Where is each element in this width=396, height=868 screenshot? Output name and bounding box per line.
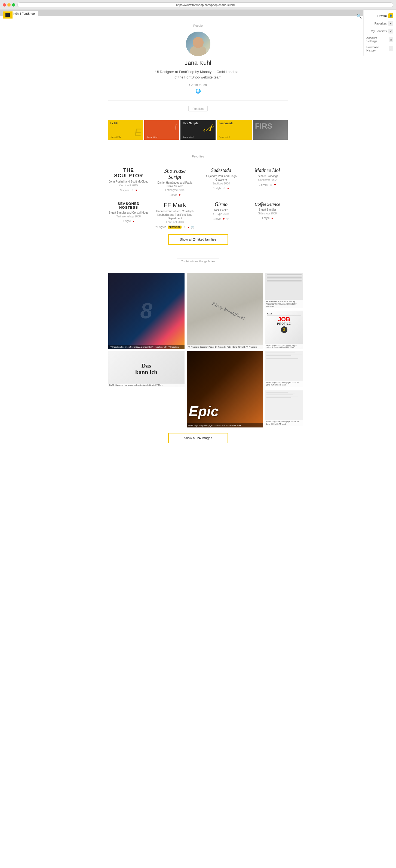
contrib-img-newspaper[interactable]: Kirsty Rundgloves FF Franziska Specimen … xyxy=(187,273,263,349)
profile-section: Jana Kühl UI Designer at FontShop by Mon… xyxy=(108,32,288,94)
contrib-caption-das: PAGE Magazine | www.page-online.de Jana … xyxy=(108,383,185,386)
browser-buttons xyxy=(3,3,15,6)
fontlist-card-3[interactable]: Nice Scripts 𝒩 Jana Kühl xyxy=(180,120,216,140)
nav-item-settings[interactable]: Account Settings ⚙ xyxy=(364,35,396,44)
font-styles-sudestada: 1 style xyxy=(213,187,221,190)
fontlist-author-1: Jana Kühl xyxy=(110,136,121,139)
contrib-img-epic[interactable]: Epic PAGE Magazine | www.page-online.de … xyxy=(187,351,263,428)
nav-item-favorites[interactable]: Favorites ♥ xyxy=(364,20,396,27)
check-icon: ✓ xyxy=(388,29,393,33)
purchases-label: Purchase History xyxy=(366,45,387,52)
contrib-caption-page: PAGE Magazine Cover | www.page-online.de… xyxy=(265,344,303,349)
contrib-caption-mag2: PAGE Magazine | www.page-online.de Jana … xyxy=(265,381,303,386)
star-icon-3[interactable]: ☆ xyxy=(223,187,226,190)
fontshop-logo[interactable] xyxy=(3,11,12,19)
star-icon-4[interactable]: ☆ xyxy=(270,183,272,187)
heart-icon-6[interactable]: ♥ xyxy=(188,225,190,229)
heart-icon-1[interactable]: ♥ xyxy=(135,189,137,192)
divider-2 xyxy=(108,148,288,148)
contrib-caption-mag3: PAGE Magazine | www.page-online.de Jana … xyxy=(265,420,303,426)
breadcrumb: People xyxy=(108,24,288,27)
nav-item-profile[interactable]: Profile 👤 xyxy=(364,12,396,20)
fontlist-card-1[interactable]: I ♥ FF E Jana Kühl xyxy=(108,120,143,140)
contrib-wrapper-bokeh: 8 FF Franziska Specimen Poster (by Alexa… xyxy=(108,273,185,349)
font-name-coffee: Coffee Service xyxy=(247,202,288,207)
profile-label: Profile xyxy=(377,14,387,18)
font-foundry-coffee: Sideshow 2008 xyxy=(247,212,288,215)
download-icon: ↓ xyxy=(389,46,393,51)
search-icon[interactable]: 🔍 xyxy=(357,13,362,19)
contrib-img-mag3[interactable]: PAGE Magazine | www.page-online.de Jana … xyxy=(265,391,303,426)
show-all-images-button[interactable]: Show all 24 images xyxy=(168,433,228,443)
fontlist-author-2: Jana Kühl xyxy=(146,136,157,139)
font-card-seasoned: SEASONED HOSTESS Stuart Sandler and Crys… xyxy=(108,202,149,229)
font-name-sculptor: THE SCULPTOR xyxy=(108,168,149,179)
font-creators-coffee: Stuart Sandler xyxy=(247,208,288,211)
contrib-img-das[interactable]: Daskann ich PAGE Magazine | www.page-onl… xyxy=(108,351,185,386)
heart-icon-3[interactable]: ♥ xyxy=(227,187,229,190)
fontlist-title-1: I ♥ FF xyxy=(110,122,118,125)
heart-icon-7[interactable]: ♥ xyxy=(223,217,225,220)
page-mag-content: PAGE JOB PROFILE $ xyxy=(265,311,303,335)
minimize-button[interactable] xyxy=(7,3,11,6)
contrib-img-spec[interactable]: FF Franziska Specimen Poster (by Alexand… xyxy=(265,273,303,308)
epic-text: Epic xyxy=(189,403,219,419)
font-meta-coffee: 1 style ♥ xyxy=(247,217,288,220)
font-foundry-matinee: Comicraft 2002 xyxy=(247,179,288,181)
contrib-wrapper-mag2: PAGE Magazine | www.page-online.de Jana … xyxy=(265,351,303,388)
contrib-caption-epic: PAGE Magazine | www.page-online.de Jana … xyxy=(187,423,263,428)
contrib-wrapper-mag3: PAGE Magazine | www.page-online.de Jana … xyxy=(265,391,303,428)
heart-icon-2[interactable]: ♥ xyxy=(179,193,181,196)
star-icon-7[interactable]: ☆ xyxy=(226,217,229,221)
fontlist-card-2[interactable]: Jana Kühl I xyxy=(144,120,179,140)
font-styles-coffee: 1 style xyxy=(262,217,270,220)
heart-icon-8[interactable]: ♥ xyxy=(271,217,273,220)
font-card-showcase: ShowcaseScript Daniel Hernández and Paul… xyxy=(155,168,195,196)
fontlist-author-3: Jana Kühl xyxy=(183,136,194,139)
show-all-liked-button[interactable]: Show all 24 liked families xyxy=(168,234,228,245)
font-foundry-sculptor: Comicraft 2015 xyxy=(108,184,149,187)
contrib-caption-newspaper: FF Franziska Specimen Poster (by Alexand… xyxy=(187,345,263,349)
profile-bio: UI Designer at FontShop by Monotype GmbH… xyxy=(155,69,242,80)
featured-badge: FEATURED xyxy=(168,225,182,228)
nav-item-purchases[interactable]: Purchase History ↓ xyxy=(364,44,396,53)
close-button[interactable] xyxy=(3,3,6,6)
fontlist-title-3: Nice Scripts xyxy=(183,122,198,125)
star-icon-6[interactable]: ☆ xyxy=(183,225,186,229)
heart-icon-5[interactable]: ♥ xyxy=(133,220,134,223)
contrib-wrapper-newspaper: Kirsty Rundgloves FF Franziska Specimen … xyxy=(187,273,263,349)
fontlist-card-4[interactable]: hand-made Jana Kühl xyxy=(217,120,252,140)
font-card-coffee: Coffee Service Stuart Sandler Sideshow 2… xyxy=(247,202,288,229)
font-styles-sculptor: 3 styles xyxy=(120,189,129,192)
contributions-section-label: Contributions the galleries xyxy=(177,258,219,264)
star-icon-1[interactable]: ☆ xyxy=(131,189,134,192)
das-content: Daskann ich xyxy=(108,351,185,386)
contrib-img-bokeh[interactable]: 8 FF Franziska Specimen Poster (by Alexa… xyxy=(108,273,185,349)
font-meta-ffmark: 21 styles FEATURED ☆ ♥ 🛒 xyxy=(155,225,195,229)
fontlists-header: Fontlists xyxy=(108,106,288,116)
spec-content xyxy=(265,273,303,284)
mag3-content xyxy=(265,391,303,400)
maximize-button[interactable] xyxy=(12,3,15,6)
nav-item-fontlists[interactable]: My Fontlists ✓ xyxy=(364,27,396,35)
address-bar[interactable]: https://www.fontshop.com/people/jana-kue… xyxy=(18,2,393,7)
fontlist-card-5[interactable]: FIRS xyxy=(253,120,288,140)
font-creators-ffmark: Hannes von Döhren, Christoph Koeberlin a… xyxy=(155,210,195,220)
globe-icon[interactable]: 🌐 xyxy=(108,89,288,94)
font-name-seasoned: SEASONED HOSTESS xyxy=(108,202,149,210)
heart-icon-4[interactable]: ♥ xyxy=(274,183,276,186)
fontlist-deco-2: I xyxy=(174,122,177,132)
contrib-wrapper-spec: FF Franziska Specimen Poster (by Alexand… xyxy=(265,273,303,308)
font-foundry-sudestada: Sudtipos 2004 xyxy=(201,182,242,185)
font-creators-gizmo: Nick Cooke xyxy=(201,209,242,212)
font-name-showcase: ShowcaseScript xyxy=(155,168,195,180)
font-meta-seasoned: 1 style ♥ xyxy=(108,220,149,223)
font-creators-showcase: Daniel Hernández and Paula Nazal Selaive xyxy=(155,181,195,188)
cart-icon[interactable]: 🛒 xyxy=(191,225,194,228)
contrib-img-page[interactable]: PAGE JOB PROFILE $ PAGE Magazine Cover |… xyxy=(265,311,303,349)
font-card-sudestada: Sudestada Alejandro Paul and Diego Giacc… xyxy=(201,168,242,196)
font-creators-sudestada: Alejandro Paul and Diego Giaccone xyxy=(201,174,242,181)
font-foundry-ffmark: FontFont 2013 xyxy=(155,221,195,224)
contrib-img-mag2[interactable]: PAGE Magazine | www.page-online.de Jana … xyxy=(265,351,303,386)
font-meta-matinee: 2 styles ☆ ♥ xyxy=(247,183,288,187)
